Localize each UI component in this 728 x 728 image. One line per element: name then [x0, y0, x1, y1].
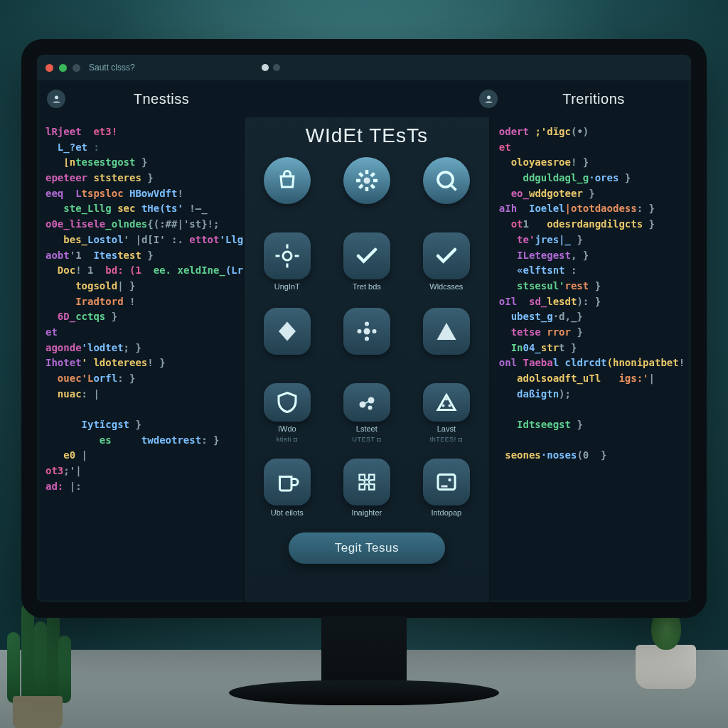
- widget-tile-IWdo[interactable]: IWdoktisti ◘: [257, 383, 317, 443]
- svg-point-2: [363, 178, 370, 184]
- widget-tile-Lsteet[interactable]: LsteetUTEST ◘: [337, 383, 397, 443]
- gear-flower-icon: [343, 157, 390, 204]
- widget-tile-gear-flower[interactable]: [337, 157, 397, 217]
- widget-tile-Lavst[interactable]: LavstthTEES! ◘: [417, 383, 476, 443]
- traffic-min-icon[interactable]: [59, 64, 67, 72]
- avatar-right-icon[interactable]: [479, 90, 498, 108]
- widget-tile-Intdopap[interactable]: Intdopap: [417, 459, 476, 518]
- tab-indicator: [262, 64, 280, 71]
- svg-point-11: [438, 172, 453, 187]
- widget-tile-diamond[interactable]: [257, 308, 317, 368]
- diamond-icon: [264, 308, 311, 355]
- mug-icon: [264, 459, 311, 505]
- card-icon: [423, 459, 470, 505]
- code-pane-left[interactable]: lRjeet et3! L_?et : ⌊ntesestgost } epete…: [37, 117, 245, 602]
- svg-point-27: [445, 398, 448, 401]
- svg-rect-32: [441, 486, 447, 488]
- header-bar: Tnestiss Treritions: [37, 80, 691, 117]
- tile-label: Intdopap: [431, 508, 461, 517]
- widget-tile-bag[interactable]: [257, 157, 317, 217]
- svg-point-21: [365, 322, 369, 326]
- widget-tile-nodes[interactable]: [337, 308, 397, 368]
- molecule-icon: [343, 383, 390, 422]
- svg-line-9: [359, 185, 363, 188]
- widget-tile-Tret bds[interactable]: Tret bds: [337, 232, 397, 292]
- widget-tile-Ubt eilots[interactable]: Ubt eilots: [257, 459, 317, 518]
- lens-icon: [423, 157, 470, 204]
- svg-point-0: [55, 95, 58, 99]
- bag-icon: [264, 157, 311, 204]
- svg-line-8: [371, 185, 375, 188]
- svg-line-12: [451, 185, 456, 191]
- plant-right: [636, 645, 696, 689]
- svg-point-24: [368, 397, 374, 403]
- widget-tile-UngInT[interactable]: UngInT: [257, 232, 317, 292]
- check-icon: [343, 232, 390, 279]
- svg-point-20: [372, 329, 376, 333]
- traffic-close-icon[interactable]: [46, 64, 53, 72]
- svg-point-25: [368, 405, 372, 410]
- widget-tile-Wldcsses[interactable]: Wldcsses: [417, 232, 476, 292]
- tile-sublabel: ktisti ◘: [277, 436, 298, 443]
- tile-label: Tret bds: [353, 282, 381, 291]
- window-title: Sautt clsss?: [89, 63, 135, 73]
- svg-point-13: [283, 252, 291, 260]
- run-tests-button[interactable]: Tegit Tesus: [289, 532, 445, 564]
- nodes-icon: [343, 308, 390, 355]
- tile-label: UngInT: [274, 282, 300, 291]
- panel-title: WIdEt TEsTs: [306, 124, 428, 147]
- left-pane-title: Tnestiss: [74, 91, 249, 107]
- triangle-icon: [423, 308, 470, 355]
- svg-point-28: [441, 405, 444, 407]
- tile-sublabel: thTEES! ◘: [430, 436, 463, 443]
- check-icon: [423, 232, 470, 279]
- code-pane-right[interactable]: odert ;'dïgc(•) et oloyaesroe! } ddgulda…: [489, 117, 691, 602]
- widget-tile-Inaighter[interactable]: Inaighter: [337, 459, 397, 518]
- tile-sublabel: UTEST ◘: [352, 436, 381, 443]
- svg-point-1: [487, 95, 491, 99]
- widget-panel: WIdEt TEsTs UngInTTret bdsWldcssesIWdokt…: [245, 117, 489, 602]
- widget-tile-triangle[interactable]: [417, 308, 476, 368]
- avatar-left-icon[interactable]: [47, 90, 65, 108]
- plant-left: [6, 600, 70, 728]
- svg-line-7: [359, 173, 363, 177]
- tile-label: Lavst: [437, 424, 456, 433]
- tile-label: IWdo: [278, 424, 296, 433]
- svg-point-19: [357, 329, 361, 333]
- svg-line-26: [365, 401, 369, 403]
- svg-point-22: [365, 337, 369, 341]
- window-titlebar: Sautt clsss?: [37, 55, 691, 80]
- right-pane-title: Treritions: [506, 91, 681, 107]
- tile-label: Wldcsses: [429, 282, 463, 291]
- svg-point-23: [359, 401, 365, 407]
- svg-point-29: [448, 405, 451, 407]
- monitor-frame: Sautt clsss? Tnestiss Treritions lRjeet …: [21, 39, 707, 618]
- tri-dots-icon: [423, 383, 470, 422]
- svg-line-10: [371, 173, 375, 177]
- shield-icon: [264, 383, 311, 422]
- svg-point-18: [363, 328, 370, 335]
- widget-tile-lens[interactable]: [417, 157, 476, 217]
- tile-label: Inaighter: [351, 508, 382, 517]
- puzzle-icon: [343, 459, 390, 505]
- tile-label: Ubt eilots: [271, 508, 304, 517]
- tile-label: Lsteet: [356, 424, 378, 433]
- traffic-max-icon[interactable]: [73, 64, 80, 72]
- sun-gear-icon: [264, 232, 311, 279]
- svg-point-31: [448, 478, 451, 482]
